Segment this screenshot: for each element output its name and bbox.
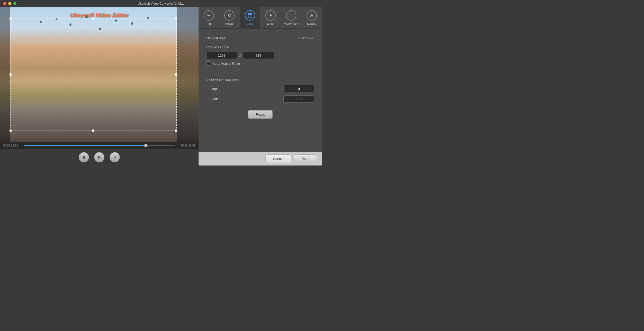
crop-icon xyxy=(245,10,255,21)
section-divider xyxy=(206,72,314,72)
video-panel: Ukeysoft Video Editor xyxy=(0,7,199,166)
left-label: Left: xyxy=(211,97,222,101)
current-time: 00:04:16.81 xyxy=(3,144,21,147)
top-position-row: Top: xyxy=(206,85,314,92)
tab-crop[interactable]: Crop xyxy=(240,7,260,28)
crop-settings-panel: Original Size: 1360 x 720 Crop Area Size… xyxy=(199,29,322,152)
progress-thumb[interactable] xyxy=(144,144,148,147)
play-icon xyxy=(97,155,101,159)
crop-overlay[interactable] xyxy=(10,18,177,131)
prev-frame-button[interactable] xyxy=(79,152,89,162)
close-button[interactable] xyxy=(3,2,6,5)
position-section: Position Of Crop Area: Top: Left: xyxy=(206,78,314,103)
crop-handle-bm[interactable] xyxy=(92,130,94,132)
svg-marker-5 xyxy=(82,156,84,159)
tab-trim[interactable]: ✂ Trim xyxy=(199,7,219,28)
crop-area-size-label: Crop Area Size: xyxy=(206,45,314,49)
remaining-time: 00:00:18.41 xyxy=(177,144,195,147)
tab-effect[interactable]: ✦ Effect xyxy=(260,7,281,28)
next-frame-icon xyxy=(113,155,117,159)
svg-rect-10 xyxy=(248,14,252,17)
svg-marker-7 xyxy=(98,156,101,159)
top-value-input[interactable] xyxy=(283,85,314,92)
balloon-1 xyxy=(40,21,42,23)
trim-icon: ✂ xyxy=(204,10,214,21)
minimize-button[interactable] xyxy=(8,2,11,5)
tab-rotate[interactable]: ↻ Rotate xyxy=(219,7,240,28)
top-label: Top: xyxy=(211,87,222,91)
window-title: Ukeysoft Video Converter for Mac xyxy=(138,2,184,5)
svg-marker-8 xyxy=(115,156,116,159)
svg-rect-6 xyxy=(84,156,85,159)
prev-frame-icon xyxy=(82,155,86,159)
crop-width-input[interactable] xyxy=(206,52,237,59)
title-bar: Ukeysoft Video Converter for Mac xyxy=(0,0,322,7)
position-header: Position Of Crop Area: xyxy=(206,78,314,82)
balloon-2 xyxy=(56,18,57,20)
left-value-input[interactable] xyxy=(283,95,314,103)
cancel-button[interactable]: Cancel xyxy=(265,154,291,163)
done-button[interactable]: Done xyxy=(294,154,317,163)
left-position-row: Left: xyxy=(206,95,314,103)
dark-overlay-left xyxy=(0,7,10,142)
video-container: Ukeysoft Video Editor xyxy=(0,7,199,142)
balloon-5 xyxy=(99,27,101,30)
main-content: Ukeysoft Video Editor xyxy=(0,7,322,166)
video-overlay-text: Ukeysoft Video Editor xyxy=(70,12,129,19)
subtitle-icon: A xyxy=(307,10,317,21)
balloon-3 xyxy=(69,23,71,26)
balloon-7 xyxy=(131,22,133,25)
svg-rect-9 xyxy=(114,156,114,159)
bottom-bar: Cancel Done xyxy=(199,152,322,166)
x-separator: x xyxy=(239,53,241,57)
keep-aspect-ratio-label: Keep Aspect Ratio xyxy=(212,62,240,66)
watermark-icon: T xyxy=(286,10,296,21)
rotate-icon: ↻ xyxy=(224,10,235,21)
progress-track[interactable] xyxy=(24,145,175,146)
keep-aspect-ratio-row: Keep Aspect Ratio xyxy=(206,61,314,66)
keep-aspect-ratio-checkbox[interactable] xyxy=(206,61,210,66)
play-button[interactable] xyxy=(94,152,104,162)
dark-overlay-right xyxy=(177,7,199,142)
balloon-8 xyxy=(147,17,149,19)
original-size-value: 1360 x 720 xyxy=(237,36,314,40)
editor-toolbar: ✂ Trim ↻ Rotate Crop ✦ Effect xyxy=(199,7,322,29)
maximize-button[interactable] xyxy=(13,2,16,5)
progress-area: 00:04:16.81 00:00:18.41 xyxy=(0,142,199,149)
playback-controls xyxy=(0,149,199,166)
progress-fill xyxy=(24,145,148,146)
crop-size-inputs: x xyxy=(206,52,314,59)
video-area: Ukeysoft Video Editor xyxy=(0,7,199,142)
tab-subtitle[interactable]: A Subtitle xyxy=(301,7,322,28)
original-size-label: Original Size: xyxy=(206,36,237,40)
window-controls xyxy=(3,2,16,5)
next-frame-button[interactable] xyxy=(110,152,120,162)
crop-height-input[interactable] xyxy=(243,52,274,59)
reset-button[interactable]: Reset xyxy=(248,110,273,119)
effect-icon: ✦ xyxy=(265,10,276,21)
tab-watermark[interactable]: T Watermark xyxy=(281,7,301,28)
right-panel: ✂ Trim ↻ Rotate Crop ✦ Effect xyxy=(199,7,322,166)
balloon-6 xyxy=(115,19,117,22)
original-size-row: Original Size: 1360 x 720 xyxy=(206,36,314,40)
